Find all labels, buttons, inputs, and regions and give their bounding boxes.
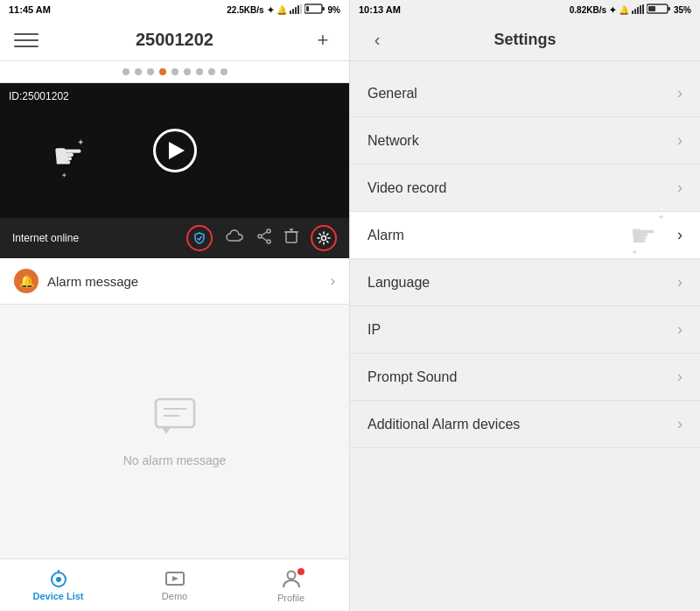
svg-rect-4 — [300, 4, 302, 14]
delete-icon[interactable] — [284, 228, 298, 249]
bluetooth-icon: ✦ — [267, 5, 274, 15]
device-id-title: 25001202 — [136, 30, 214, 50]
cloud-icon[interactable] — [225, 229, 244, 248]
svg-rect-18 — [156, 399, 194, 427]
settings-language-label: Language — [368, 275, 430, 291]
ip-chevron-icon: › — [677, 320, 682, 339]
tap-gesture-overlay: ☛ ✦ ✦ — [630, 218, 656, 253]
svg-point-17 — [322, 236, 326, 241]
notification-icon: 🔔 — [276, 5, 287, 15]
settings-item-video-record[interactable]: Video record › — [350, 165, 700, 212]
left-panel: 11:45 AM 22.5KB/s ✦ 🔔 — [0, 0, 350, 611]
time-left: 11:45 AM — [9, 4, 51, 15]
internet-status-label: Internet online — [12, 232, 174, 244]
settings-general-label: General — [368, 86, 417, 102]
svg-rect-6 — [322, 7, 325, 11]
dot-9[interactable] — [220, 68, 228, 75]
settings-item-ip[interactable]: IP › — [350, 306, 700, 354]
settings-item-general[interactable]: General › — [350, 70, 700, 117]
back-button[interactable]: ‹ — [364, 27, 390, 53]
alarm-bell-icon: 🔔 — [14, 269, 38, 293]
settings-additional-alarm-label: Additional Alarm devices — [368, 417, 520, 432]
sparkle-tap-1: ✦ — [658, 213, 665, 221]
svg-rect-29 — [637, 7, 639, 14]
svg-line-12 — [262, 237, 267, 241]
tap-hand-icon: ☛ — [630, 219, 656, 252]
settings-item-additional-alarm[interactable]: Additional Alarm devices › — [350, 401, 700, 448]
dot-3[interactable] — [147, 68, 154, 75]
alarm-chevron-icon-right: › — [677, 226, 682, 244]
svg-rect-27 — [632, 11, 634, 14]
dot-5[interactable] — [172, 68, 178, 75]
device-list-icon — [47, 570, 70, 589]
time-right: 10:13 AM — [359, 4, 401, 15]
hamburger-button[interactable] — [14, 28, 38, 53]
settings-item-alarm[interactable]: Alarm › ☛ ✦ ✦ — [350, 212, 700, 259]
dot-7[interactable] — [196, 68, 203, 75]
svg-marker-25 — [172, 576, 178, 581]
play-button[interactable] — [153, 129, 197, 172]
alarm-chevron-icon: › — [331, 273, 335, 289]
tab-demo-label: Demo — [162, 591, 187, 601]
settings-network-label: Network — [368, 133, 419, 149]
no-alarm-text: No alarm message — [123, 453, 227, 467]
battery-pct-right: 35% — [674, 5, 691, 15]
svg-rect-13 — [286, 232, 297, 242]
dot-6[interactable] — [184, 68, 191, 75]
svg-point-9 — [258, 235, 262, 238]
dot-2[interactable] — [135, 68, 142, 75]
dot-4-active[interactable] — [159, 68, 166, 75]
settings-video-record-label: Video record — [368, 180, 446, 196]
settings-item-prompt-sound[interactable]: Prompt Sound › — [350, 354, 700, 401]
status-icons-left: 22.5KB/s ✦ 🔔 9% — [227, 4, 340, 16]
settings-ip-label: IP — [368, 322, 381, 338]
svg-point-22 — [56, 577, 61, 582]
svg-rect-7 — [306, 6, 309, 11]
notification-icon-right: 🔔 — [619, 5, 629, 15]
svg-rect-2 — [295, 7, 297, 14]
dot-1[interactable] — [122, 68, 130, 75]
header-left: 25001202 + — [0, 19, 349, 61]
settings-gear-button[interactable] — [311, 225, 337, 251]
signal-icon-right — [632, 4, 644, 16]
svg-rect-28 — [634, 9, 636, 14]
svg-point-10 — [267, 240, 270, 243]
svg-line-11 — [262, 232, 267, 235]
battery-right — [647, 4, 671, 16]
alarm-header-row[interactable]: 🔔 Alarm message › — [0, 258, 349, 305]
svg-rect-33 — [668, 7, 670, 11]
status-icons-right: 0.82KB/s ✦ 🔔 35% — [570, 4, 691, 16]
sparkle-tap-2: ✦ — [632, 249, 638, 256]
svg-point-26 — [287, 571, 295, 579]
bluetooth-icon-right: ✦ — [609, 5, 616, 15]
svg-point-8 — [267, 229, 270, 233]
language-chevron-icon: › — [677, 273, 682, 291]
share-icon[interactable] — [256, 228, 272, 249]
signal-icon-left — [290, 4, 302, 16]
dot-8[interactable] — [208, 68, 215, 75]
bottom-tabs: Device List Demo Profile — [0, 558, 349, 611]
demo-icon — [164, 570, 186, 589]
speed-left: 22.5KB/s — [227, 5, 263, 15]
shield-check-button[interactable] — [186, 225, 213, 251]
video-record-chevron-icon: › — [677, 179, 682, 197]
settings-prompt-sound-label: Prompt Sound — [368, 369, 457, 385]
tab-device-list[interactable]: Device List — [0, 570, 116, 601]
alarm-empty-state: No alarm message — [0, 305, 349, 558]
profile-notification-dot — [298, 568, 304, 575]
svg-rect-31 — [642, 4, 644, 14]
tab-profile[interactable]: Profile — [233, 568, 349, 603]
tab-demo[interactable]: Demo — [116, 570, 233, 601]
battery-left — [304, 4, 326, 16]
network-chevron-icon: › — [677, 131, 682, 150]
settings-item-network[interactable]: Network › — [350, 117, 700, 165]
alarm-header-text: Alarm message — [47, 274, 331, 289]
page-dots — [0, 61, 349, 83]
video-play-area[interactable] — [0, 83, 349, 218]
video-card: ID:25001202 ☛ ✦ ✦ Internet online — [0, 83, 349, 258]
svg-rect-1 — [292, 9, 294, 14]
video-bottom-bar: Internet online — [0, 218, 349, 258]
right-panel: 10:13 AM 0.82KB/s ✦ 🔔 — [350, 0, 700, 611]
settings-item-language[interactable]: Language › — [350, 259, 700, 306]
add-button[interactable]: + — [311, 28, 335, 53]
